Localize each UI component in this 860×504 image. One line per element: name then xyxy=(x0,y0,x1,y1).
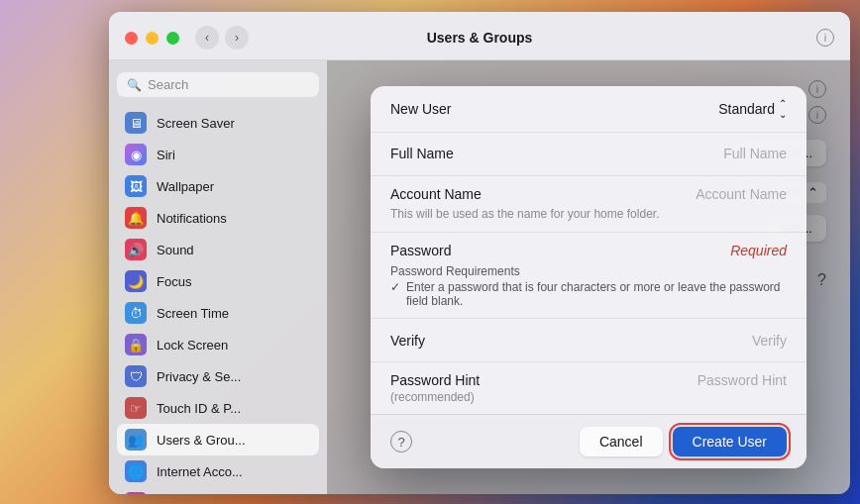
full-name-placeholder[interactable]: Full Name xyxy=(723,146,787,161)
screentime-icon: ⏱ xyxy=(125,302,147,324)
game-icon: 🎮 xyxy=(125,492,147,494)
touchid-icon: ☞ xyxy=(125,397,147,419)
password-row: Password Required Password Requirements … xyxy=(371,233,806,319)
navigation-buttons: ‹ › xyxy=(195,26,249,50)
back-button[interactable]: ‹ xyxy=(195,26,219,50)
screensaver-icon: 🖥 xyxy=(125,112,147,134)
sidebar-item-internet[interactable]: 🌐 Internet Acco... xyxy=(117,455,319,487)
sidebar-item-screentime[interactable]: ⏱ Screen Time xyxy=(117,297,319,329)
maximize-button[interactable] xyxy=(166,32,179,45)
sidebar-item-privacy[interactable]: 🛡 Privacy & Se... xyxy=(117,360,319,392)
hint-label: Password Hint xyxy=(390,372,549,388)
sidebar-label-privacy: Privacy & Se... xyxy=(157,369,241,384)
account-name-placeholder[interactable]: Account Name xyxy=(696,186,787,202)
password-label: Password xyxy=(390,243,549,258)
sidebar-label-screentime: Screen Time xyxy=(157,306,229,321)
notifications-icon: 🔔 xyxy=(125,207,147,229)
new-user-label: New User xyxy=(390,101,549,117)
password-placeholder[interactable]: Required xyxy=(730,243,787,258)
user-type-selector[interactable]: Standard ⌃⌄ xyxy=(718,98,787,120)
window-body: 🔍 Search 🖥 Screen Saver ◉ Siri 🖼 Wallpap… xyxy=(109,60,850,494)
sidebar-item-lockscreen[interactable]: 🔒 Lock Screen xyxy=(117,329,319,360)
lockscreen-icon: 🔒 xyxy=(125,334,147,355)
hint-placeholder[interactable]: Password Hint xyxy=(698,372,787,388)
search-icon: 🔍 xyxy=(127,78,142,92)
req-check-icon: ✓ xyxy=(390,280,400,294)
verify-label: Verify xyxy=(390,333,549,349)
account-name-label: Account Name xyxy=(390,186,549,202)
users-icon: 👥 xyxy=(125,429,147,451)
sidebar-label-sound: Sound xyxy=(157,243,194,257)
cancel-button[interactable]: Cancel xyxy=(580,427,663,456)
sidebar-label-screensaver: Screen Saver xyxy=(157,116,235,131)
window-title: Users & Groups xyxy=(427,30,533,46)
close-button[interactable] xyxy=(125,32,138,45)
sidebar-label-users: Users & Grou... xyxy=(157,433,246,448)
sidebar-item-game[interactable]: 🎮 Game Center xyxy=(117,487,319,494)
internet-icon: 🌐 xyxy=(125,460,147,482)
modal-help-button[interactable]: ? xyxy=(390,431,412,453)
hint-subtext: (recommended) xyxy=(390,390,475,404)
new-user-row: New User Standard ⌃⌄ xyxy=(371,86,806,133)
focus-icon: 🌙 xyxy=(125,270,147,292)
sidebar-label-notifications: Notifications xyxy=(157,211,227,226)
sidebar-item-screensaver[interactable]: 🖥 Screen Saver xyxy=(117,107,319,139)
sidebar-label-wallpaper: Wallpaper xyxy=(157,179,214,194)
new-user-modal: New User Standard ⌃⌄ Full Name Full Name xyxy=(371,86,806,469)
sidebar-label-focus: Focus xyxy=(157,274,191,289)
modal-overlay: New User Standard ⌃⌄ Full Name Full Name xyxy=(327,60,850,494)
sidebar-item-users[interactable]: 👥 Users & Grou... xyxy=(117,424,319,455)
modal-body: New User Standard ⌃⌄ Full Name Full Name xyxy=(371,86,806,415)
sidebar-label-lockscreen: Lock Screen xyxy=(157,338,228,353)
traffic-lights xyxy=(125,32,179,45)
modal-footer-buttons: Cancel Create User xyxy=(580,427,787,456)
forward-button[interactable]: › xyxy=(225,26,249,50)
sidebar-label-touchid: Touch ID & P... xyxy=(157,401,241,416)
user-type-chevron-icon: ⌃⌄ xyxy=(779,98,787,120)
sidebar-item-focus[interactable]: 🌙 Focus xyxy=(117,265,319,297)
sidebar: 🔍 Search 🖥 Screen Saver ◉ Siri 🖼 Wallpap… xyxy=(109,60,327,494)
search-placeholder: Search xyxy=(148,77,188,92)
siri-icon: ◉ xyxy=(125,144,147,165)
sound-icon: 🔊 xyxy=(125,239,147,260)
privacy-icon: 🛡 xyxy=(125,365,147,387)
req-title: Password Requirements xyxy=(390,264,787,278)
req-text: Enter a password that is four characters… xyxy=(406,280,787,308)
system-preferences-window: ‹ › Users & Groups i 🔍 Search 🖥 Screen S… xyxy=(109,12,850,494)
req-item: ✓ Enter a password that is four characte… xyxy=(390,280,787,308)
verify-row: Verify Verify xyxy=(371,319,806,362)
info-button[interactable]: i xyxy=(816,29,834,47)
title-bar: ‹ › Users & Groups i xyxy=(109,12,850,60)
sidebar-item-siri[interactable]: ◉ Siri xyxy=(117,139,319,170)
full-name-label: Full Name xyxy=(390,146,549,161)
sidebar-item-sound[interactable]: 🔊 Sound xyxy=(117,234,319,265)
verify-placeholder[interactable]: Verify xyxy=(752,333,787,349)
sidebar-item-notifications[interactable]: 🔔 Notifications xyxy=(117,202,319,234)
full-name-row: Full Name Full Name xyxy=(371,133,806,176)
wallpaper-icon: 🖼 xyxy=(125,175,147,197)
sidebar-label-internet: Internet Acco... xyxy=(157,464,243,479)
create-user-button[interactable]: Create User xyxy=(673,427,787,456)
hint-row: Password Hint Password Hint (recommended… xyxy=(371,362,806,414)
modal-footer: ? Cancel Create User xyxy=(371,414,806,468)
sidebar-item-touchid[interactable]: ☞ Touch ID & P... xyxy=(117,392,319,424)
account-name-row: Account Name Account Name This will be u… xyxy=(371,176,806,234)
sidebar-item-wallpaper[interactable]: 🖼 Wallpaper xyxy=(117,170,319,202)
account-name-subtext: This will be used as the name for your h… xyxy=(390,204,659,223)
search-box[interactable]: 🔍 Search xyxy=(117,72,319,97)
main-content: i i Add User... Off ⌃ Edit... ? xyxy=(327,60,850,494)
password-requirements: Password Requirements ✓ Enter a password… xyxy=(390,264,787,308)
user-type-value: Standard xyxy=(718,101,775,117)
minimize-button[interactable] xyxy=(146,32,159,45)
sidebar-label-siri: Siri xyxy=(157,148,175,162)
